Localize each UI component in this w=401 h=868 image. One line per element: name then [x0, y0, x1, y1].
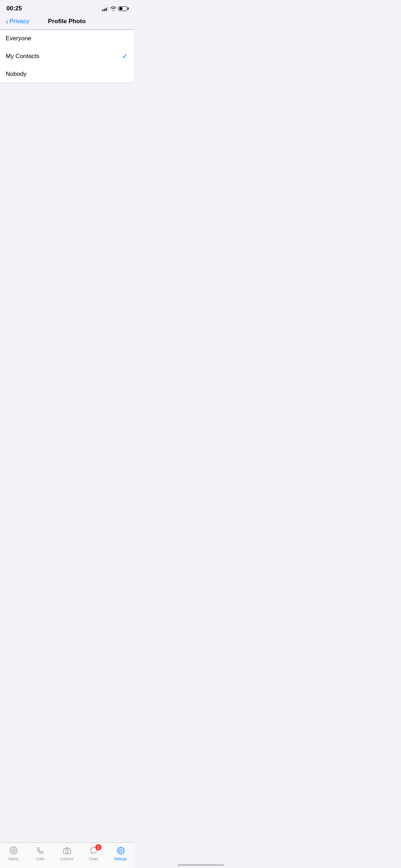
option-mycontacts[interactable]: My Contacts ✓: [0, 47, 134, 66]
chevron-left-icon: ‹: [6, 18, 8, 25]
option-nobody-label: Nobody: [6, 71, 27, 78]
status-time: 00:25: [6, 5, 22, 12]
checkmark-icon: ✓: [122, 52, 128, 61]
privacy-options-list: Everyone My Contacts ✓ Nobody: [0, 30, 134, 83]
nav-bar: ‹ Privacy Profile Photo: [0, 15, 134, 30]
battery-icon: [118, 6, 127, 11]
status-bar: 00:25: [0, 0, 134, 15]
option-everyone-label: Everyone: [6, 35, 31, 42]
back-button[interactable]: ‹ Privacy: [6, 18, 29, 25]
content-area: [0, 83, 134, 272]
back-label: Privacy: [10, 18, 30, 25]
option-nobody[interactable]: Nobody: [0, 66, 134, 83]
signal-icon: [102, 6, 108, 11]
option-mycontacts-label: My Contacts: [6, 53, 39, 60]
wifi-icon: [110, 6, 116, 11]
page-title: Profile Photo: [48, 18, 86, 25]
option-everyone[interactable]: Everyone: [0, 30, 134, 47]
status-icons: [102, 6, 127, 11]
